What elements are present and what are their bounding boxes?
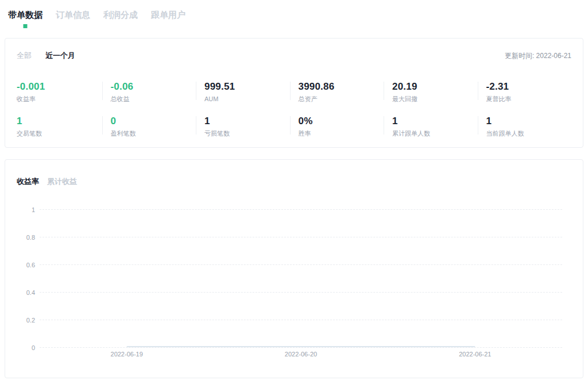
stat-value: 1 — [17, 116, 102, 127]
stat-value: 0% — [299, 116, 384, 127]
stat-label: 总收益 — [111, 95, 196, 103]
stat-win-count: 0 盈利笔数 — [102, 116, 196, 137]
stat-label: 最大回撤 — [392, 95, 478, 103]
tab-copy-trade-data[interactable]: 带单数据 — [8, 10, 42, 28]
stat-sharpe-ratio: -2.31 夏普比率 — [478, 81, 572, 103]
y-axis-tick-label: 0.6 — [26, 262, 35, 268]
x-axis-tick-label: 2022-06-20 — [285, 351, 317, 358]
stat-current-followers: 1 当前跟单人数 — [478, 116, 572, 137]
stat-value: 3990.86 — [299, 81, 384, 93]
stat-value: -2.31 — [486, 81, 572, 93]
x-axis-tick-label: 2022-06-21 — [459, 351, 491, 358]
time-filter-row: 全部 近一个月 更新时间: 2022-06-21 — [17, 51, 571, 60]
y-axis-tick-label: 0 — [32, 344, 35, 351]
stat-value: 0 — [111, 116, 196, 127]
stat-trade-count: 1 交易笔数 — [17, 116, 102, 137]
tab-profit-share[interactable]: 利润分成 — [103, 10, 138, 28]
stat-value: 999.51 — [204, 81, 290, 93]
stat-max-drawdown: 20.19 最大回撤 — [384, 81, 478, 103]
stat-total-followers: 1 累计跟单人数 — [384, 116, 478, 137]
filter-last-month[interactable]: 近一个月 — [45, 51, 75, 60]
stat-loss-count: 1 亏损笔数 — [196, 116, 290, 137]
line-chart[interactable]: 00.20.40.60.81 2022-06-192022-06-202022-… — [28, 209, 562, 358]
x-axis-tick-label: 2022-06-19 — [111, 351, 143, 358]
stat-label: 夏普比率 — [486, 95, 572, 103]
plot-area: 00.20.40.60.81 — [40, 209, 562, 347]
y-axis-tick-label: 0.4 — [26, 289, 35, 296]
yield-chart-card: 收益率 累计收益 00.20.40.60.81 2022-06-192022-0… — [5, 159, 583, 378]
stat-label: 总资产 — [299, 95, 384, 103]
stat-label: 当前跟单人数 — [486, 130, 572, 137]
stat-win-rate: 0% 胜率 — [290, 116, 384, 137]
stat-aum: 999.51 AUM — [196, 81, 290, 103]
updated-time-label: 更新时间: 2022-06-21 — [505, 51, 571, 60]
stats-row-1: -0.001 收益率 -0.06 总收益 999.51 AUM 3990.86 … — [17, 81, 571, 103]
chart-tab-yield-rate[interactable]: 收益率 — [17, 177, 39, 186]
stat-label: 胜率 — [299, 130, 384, 137]
stats-summary-card: 全部 近一个月 更新时间: 2022-06-21 -0.001 收益率 -0.0… — [5, 38, 583, 148]
stat-label: 收益率 — [17, 95, 102, 103]
chart-tabs: 收益率 累计收益 — [17, 177, 571, 186]
y-axis-tick-label: 0.8 — [26, 234, 35, 241]
y-axis-tick-label: 0.2 — [26, 317, 35, 324]
stat-value: 1 — [392, 116, 478, 127]
stat-value: 20.19 — [392, 81, 478, 93]
stat-label: 亏损笔数 — [204, 130, 290, 137]
stat-total-profit: -0.06 总收益 — [102, 81, 196, 103]
page-tabs: 带单数据 订单信息 利润分成 跟单用户 — [0, 0, 588, 28]
tab-followers[interactable]: 跟单用户 — [151, 10, 185, 28]
stat-value: -0.001 — [17, 81, 102, 93]
stat-label: AUM — [204, 95, 290, 103]
stat-yield-rate: -0.001 收益率 — [17, 81, 102, 103]
x-axis-labels: 2022-06-192022-06-202022-06-21 — [40, 351, 562, 358]
stat-label: 累计跟单人数 — [392, 130, 478, 137]
chart-tab-cumulative-profit[interactable]: 累计收益 — [47, 177, 77, 186]
stats-row-2: 1 交易笔数 0 盈利笔数 1 亏损笔数 0% 胜率 1 累计跟单人数 1 当前… — [17, 116, 571, 137]
stat-label: 盈利笔数 — [111, 130, 196, 137]
stat-value: -0.06 — [111, 81, 196, 93]
gridline: 0 — [40, 347, 562, 348]
tab-order-info[interactable]: 订单信息 — [56, 10, 90, 28]
stat-value: 1 — [486, 116, 572, 127]
filter-all[interactable]: 全部 — [17, 51, 32, 60]
stat-value: 1 — [204, 116, 290, 127]
stat-label: 交易笔数 — [17, 130, 102, 137]
stat-total-assets: 3990.86 总资产 — [290, 81, 384, 103]
y-axis-tick-label: 1 — [32, 206, 35, 213]
